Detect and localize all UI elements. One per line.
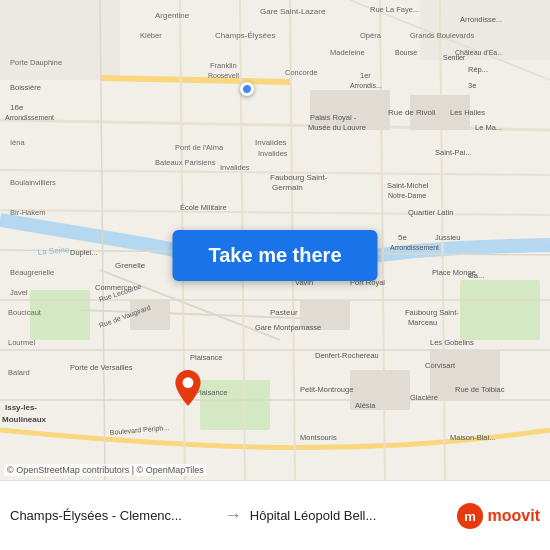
svg-text:Porte Dauphine: Porte Dauphine xyxy=(10,58,62,67)
svg-rect-4 xyxy=(460,280,540,340)
svg-text:5e: 5e xyxy=(398,233,407,242)
svg-text:Beaugrenelle: Beaugrenelle xyxy=(10,268,54,277)
origin-station: Champs-Élysées - Clemenc... xyxy=(10,508,216,523)
svg-text:Jussieu: Jussieu xyxy=(435,233,460,242)
svg-text:Gare Montparnasse: Gare Montparnasse xyxy=(255,323,321,332)
take-me-there-button[interactable]: Take me there xyxy=(172,230,377,281)
svg-text:Franklin: Franklin xyxy=(210,61,237,70)
svg-text:Rue de Tolbiac: Rue de Tolbiac xyxy=(455,385,505,394)
svg-text:Bir-Hakem: Bir-Hakem xyxy=(10,208,45,217)
destination-marker xyxy=(174,370,202,410)
svg-rect-1 xyxy=(0,0,120,80)
svg-text:Porte de Versailles: Porte de Versailles xyxy=(70,363,133,372)
svg-text:Pont de l'Alma: Pont de l'Alma xyxy=(175,143,224,152)
svg-text:Arrondis...: Arrondis... xyxy=(350,82,382,89)
svg-text:Glacière: Glacière xyxy=(410,393,438,402)
svg-text:Germain: Germain xyxy=(272,183,303,192)
svg-text:Montsouris: Montsouris xyxy=(300,433,337,442)
svg-text:Palais Royal -: Palais Royal - xyxy=(310,113,357,122)
svg-text:1er: 1er xyxy=(360,71,371,80)
svg-text:Faubourg Saint-: Faubourg Saint- xyxy=(270,173,328,182)
svg-text:Invalides: Invalides xyxy=(220,163,250,172)
svg-text:Rue de Rivoli: Rue de Rivoli xyxy=(388,108,436,117)
svg-text:Balard: Balard xyxy=(8,368,30,377)
destination-station: Hôpital Léopold Bell... xyxy=(250,508,456,523)
svg-text:Javel: Javel xyxy=(10,288,28,297)
origin-marker xyxy=(240,82,254,96)
svg-line-6 xyxy=(100,78,290,82)
svg-text:Maison-Blai...: Maison-Blai... xyxy=(450,433,495,442)
svg-text:Les Halles: Les Halles xyxy=(450,108,485,117)
svg-text:Marceau: Marceau xyxy=(408,318,437,327)
svg-text:Iéna: Iéna xyxy=(10,138,25,147)
svg-text:Champs-Élysées: Champs-Élysées xyxy=(215,31,275,40)
svg-text:Gare Saint-Lazare: Gare Saint-Lazare xyxy=(260,7,326,16)
map-container: Argentine Gare Saint-Lazare Rue La Faye.… xyxy=(0,0,550,480)
svg-text:m: m xyxy=(464,508,476,523)
svg-text:Notre-Dame: Notre-Dame xyxy=(388,192,426,199)
svg-text:Grenelle: Grenelle xyxy=(115,261,146,270)
svg-text:16e: 16e xyxy=(10,103,24,112)
svg-text:Bourse: Bourse xyxy=(395,49,417,56)
svg-text:Issy-les-: Issy-les- xyxy=(5,403,37,412)
svg-text:3e: 3e xyxy=(468,81,476,90)
svg-text:Roosevelt: Roosevelt xyxy=(208,72,239,79)
svg-text:Petit-Montrouge: Petit-Montrouge xyxy=(300,385,353,394)
bottom-bar: Champs-Élysées - Clemenc... → Hôpital Lé… xyxy=(0,480,550,550)
svg-text:Madeleine: Madeleine xyxy=(330,48,365,57)
svg-text:Faubourg Saint-: Faubourg Saint- xyxy=(405,308,459,317)
svg-text:Duplei...: Duplei... xyxy=(70,248,98,257)
svg-text:Le Ma...: Le Ma... xyxy=(475,123,502,132)
moovit-logo: m moovit xyxy=(456,502,540,530)
moovit-logo-icon: m xyxy=(456,502,484,530)
map-attribution: © OpenStreetMap contributors | © OpenMap… xyxy=(4,464,207,476)
svg-text:Rép...: Rép... xyxy=(468,65,488,74)
svg-text:Invalides: Invalides xyxy=(258,149,288,158)
svg-text:Boucicaut: Boucicaut xyxy=(8,308,42,317)
svg-text:Plaisance: Plaisance xyxy=(190,353,223,362)
svg-text:Moulineaux: Moulineaux xyxy=(2,415,47,424)
svg-text:Arrondissement: Arrondissement xyxy=(5,114,54,121)
svg-text:Corvisart: Corvisart xyxy=(425,361,456,370)
svg-text:Saint-Michel: Saint-Michel xyxy=(387,181,429,190)
svg-text:Quartier Latin: Quartier Latin xyxy=(408,208,453,217)
svg-text:Alésia: Alésia xyxy=(355,401,376,410)
svg-text:Bateaux Parisiens: Bateaux Parisiens xyxy=(155,158,216,167)
svg-text:Concorde: Concorde xyxy=(285,68,318,77)
svg-point-111 xyxy=(183,377,194,388)
svg-text:Argentine: Argentine xyxy=(155,11,190,20)
svg-text:Grands Boulevards: Grands Boulevards xyxy=(410,31,474,40)
svg-text:Denfert-Rochereau: Denfert-Rochereau xyxy=(315,351,379,360)
svg-text:Les Gobelins: Les Gobelins xyxy=(430,338,474,347)
svg-text:Opéra: Opéra xyxy=(360,31,382,40)
svg-text:Kléber: Kléber xyxy=(140,31,162,40)
direction-arrow: → xyxy=(216,505,250,526)
svg-text:Saint-Pai...: Saint-Pai... xyxy=(435,148,472,157)
svg-text:Pasteur: Pasteur xyxy=(270,308,298,317)
svg-text:Ga...: Ga... xyxy=(468,271,484,280)
svg-text:Arrondisse...: Arrondisse... xyxy=(460,15,502,24)
svg-text:Invalides: Invalides xyxy=(255,138,287,147)
svg-text:Rue La Faye...: Rue La Faye... xyxy=(370,5,419,14)
moovit-brand-name: moovit xyxy=(488,507,540,525)
svg-text:Sentier: Sentier xyxy=(443,54,466,61)
svg-text:Arrondissement: Arrondissement xyxy=(390,244,439,251)
svg-text:Lourmel: Lourmel xyxy=(8,338,35,347)
svg-text:Boissière: Boissière xyxy=(10,83,41,92)
svg-text:Boulainvilliers: Boulainvilliers xyxy=(10,178,56,187)
svg-text:Musée du Louvre: Musée du Louvre xyxy=(308,123,366,132)
destination-station-name: Hôpital Léopold Bell... xyxy=(250,508,376,523)
origin-station-name: Champs-Élysées - Clemenc... xyxy=(10,508,182,523)
svg-text:École Militaire: École Militaire xyxy=(180,203,227,212)
